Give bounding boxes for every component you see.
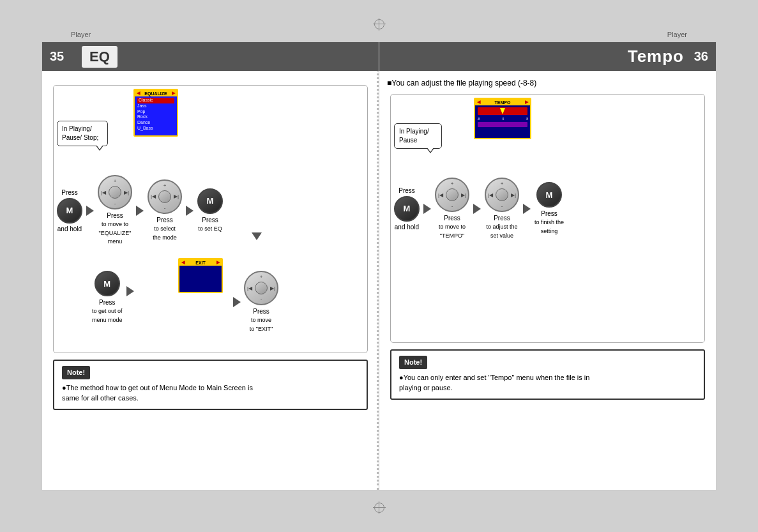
page-number-left: 35 <box>50 49 64 64</box>
eq-item-pop: Pop <box>137 109 174 115</box>
equalize-screen: ◀ EQUALIZE ▶ Classic Jass Pop Rock Dance… <box>133 89 178 137</box>
subtitle: ■You can adjust the file playing speed (… <box>387 79 708 87</box>
eq-diagram: ◀ EQUALIZE ▶ Classic Jass Pop Rock Dance… <box>53 85 368 353</box>
eq-item-classic: Classic <box>137 98 174 103</box>
page-number-right: 36 <box>694 49 708 64</box>
arrow-r3 <box>523 204 531 214</box>
step1r-press: Press <box>394 187 420 194</box>
page-right: Player Tempo 36 ■You can adjust the file… <box>379 42 716 490</box>
nav-button-r1[interactable]: + - |◀ ▶| <box>435 178 469 212</box>
arrow-r2 <box>473 204 481 214</box>
step3-desc: Press to select the mode <box>153 216 177 241</box>
exit-screen: ◀ EXIT ▶ <box>178 258 223 293</box>
step4r-desc: Press to finish the setting <box>534 209 564 235</box>
nav-button-1[interactable]: + - |◀ ▶| <box>98 175 132 209</box>
in-playing-callout: In Playing/ Pause/ Stop; <box>57 121 108 146</box>
step6-desc: Press to move to "EXIT" <box>250 307 273 333</box>
step1-hold-label: and hold <box>57 225 82 232</box>
m-button-r2[interactable]: M <box>536 182 562 208</box>
arrow-down <box>252 232 262 240</box>
step4-desc: Press to set EQ <box>198 216 222 233</box>
in-playing-callout-right: In Playing/ Pause <box>394 123 442 149</box>
arrow-2 <box>136 206 144 216</box>
eq-item-rock: Rock <box>137 114 174 120</box>
tempo-screen: ◀ TEMPO ▶ -8 0 8 <box>474 98 531 139</box>
arrow-4 <box>126 286 134 296</box>
m-button-3[interactable]: M <box>95 271 120 296</box>
arrow-1 <box>86 206 94 216</box>
left-header: 35 EQ <box>42 42 379 71</box>
note-section-right: Note! ●You can only enter and set "Tempo… <box>390 349 705 400</box>
page-label-left: Player <box>71 31 91 38</box>
arrow-3 <box>186 206 193 216</box>
page-title-right: Tempo <box>628 47 684 66</box>
step2-desc: Press to move to "EQUALIZE" menu <box>99 211 132 246</box>
note-text-right: ●You can only enter and set "Tempo" menu… <box>399 372 696 393</box>
step3r-desc: Press to adjust the set value <box>486 214 517 239</box>
m-button-1[interactable]: M <box>57 198 82 224</box>
m-button-r1[interactable]: M <box>394 196 420 222</box>
tempo-diagram: ◀ TEMPO ▶ -8 0 8 <box>390 94 705 343</box>
step2r-desc: Press to move to "TEMPO" <box>439 214 466 239</box>
step1-press-label: Press <box>57 189 82 196</box>
note-label-right: Note! <box>399 356 427 369</box>
nav-button-r2[interactable]: + - |◀ ▶| <box>485 178 519 212</box>
eq-item-ubass: U_Bass <box>137 126 174 132</box>
eq-item-jass: Jass <box>137 103 174 109</box>
arrow-r1 <box>423 204 431 214</box>
right-header: Tempo 36 <box>379 42 716 71</box>
m-button-2[interactable]: M <box>197 188 223 214</box>
nav-button-2[interactable]: + - |◀ ▶| <box>148 179 182 214</box>
note-text-left: ●The method how to get out of Menu Mode … <box>62 383 359 404</box>
page-label-right: Player <box>667 31 687 38</box>
note-label-left: Note! <box>62 366 90 379</box>
note-section-left: Note! ●The method how to get out of Menu… <box>53 360 368 410</box>
page-title-left: EQ <box>82 46 117 68</box>
arrow-5 <box>233 297 241 307</box>
nav-button-3[interactable]: + - |◀ ▶| <box>244 271 278 305</box>
page-left: Player 35 EQ ◀ EQUALIZE ▶ Classic Jass <box>42 42 379 490</box>
eq-item-dance: Dance <box>137 120 174 126</box>
step5-desc: Press to get out of menu mode <box>92 298 123 324</box>
step1r-hold: and hold <box>394 224 420 231</box>
